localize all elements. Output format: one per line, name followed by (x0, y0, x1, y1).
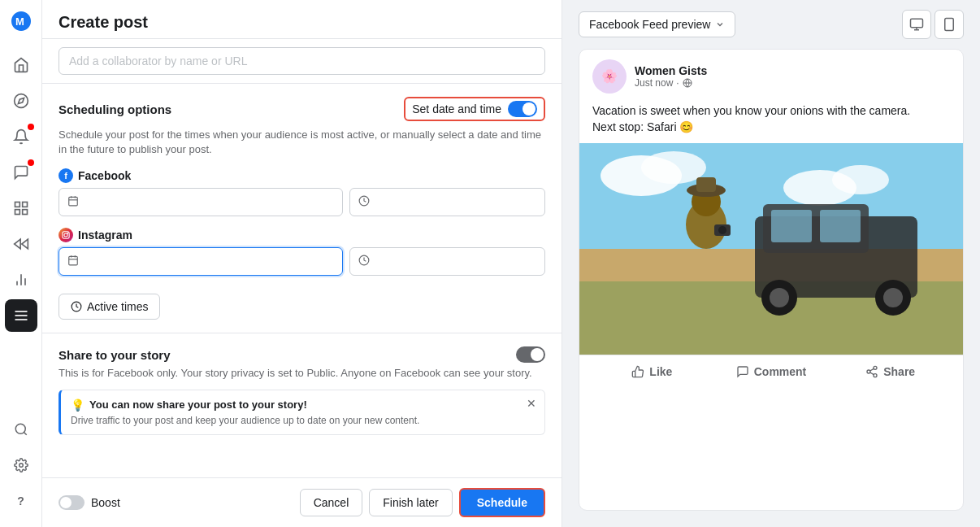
share-button[interactable]: Share (830, 359, 950, 385)
svg-point-53 (770, 288, 789, 307)
svg-rect-3 (15, 203, 20, 207)
like-icon (631, 365, 644, 378)
sidebar-item-compass[interactable] (5, 85, 37, 117)
sidebar-item-analytics[interactable] (5, 264, 37, 296)
instagram-icon (59, 228, 73, 242)
svg-marker-7 (14, 239, 20, 249)
story-info-banner: 💡 You can now share your post to your st… (59, 390, 545, 435)
facebook-post-preview: 🌸 Women Gists Just now · (579, 49, 964, 511)
page-title: Create post (59, 13, 545, 32)
collaborator-row (42, 39, 562, 84)
post-body: Vacation is sweet when you know your oni… (579, 103, 963, 143)
svg-marker-2 (18, 98, 24, 103)
like-button[interactable]: Like (592, 359, 712, 385)
share-icon (865, 365, 878, 378)
post-time: Just now · (635, 77, 950, 89)
panel-header: Create post (42, 0, 562, 39)
desktop-view-button[interactable] (902, 10, 931, 39)
banner-close-button[interactable]: ✕ (527, 397, 536, 410)
sidebar-bottom: ? (5, 413, 37, 517)
svg-point-25 (67, 233, 68, 234)
post-image (579, 143, 963, 355)
preview-area: 🌸 Women Gists Just now · (562, 49, 980, 527)
facebook-date-value[interactable]: 12 February 2025 (85, 196, 334, 209)
scheduling-header: Scheduling options Set date and time (59, 97, 545, 121)
sidebar-item-settings[interactable] (5, 449, 37, 481)
avatar: 🌸 (592, 59, 627, 94)
instagram-time-input[interactable]: 03 : 27 (349, 247, 545, 276)
calendar-icon (67, 195, 79, 209)
message-badge (28, 159, 34, 166)
svg-rect-18 (69, 198, 78, 207)
boost-row: Boost (59, 495, 120, 510)
right-panel: Facebook Feed preview (562, 0, 980, 527)
instagram-time-value[interactable]: 03 : 27 (376, 255, 536, 268)
instagram-date-value[interactable]: 12/2/2025 (85, 255, 334, 268)
svg-rect-59 (696, 177, 716, 192)
preview-dropdown[interactable]: Facebook Feed preview (579, 11, 735, 37)
schedule-button[interactable]: Schedule (459, 488, 545, 517)
svg-line-65 (870, 372, 874, 375)
instagram-date-input[interactable]: 12/2/2025 (59, 247, 343, 276)
post-text-line1: Vacation is sweet when you know your oni… (592, 103, 950, 120)
active-times-button[interactable]: Active times (59, 294, 160, 320)
sidebar-item-menu[interactable] (5, 299, 37, 332)
facebook-date-time-row: 12 February 2025 03 : 27 (59, 188, 545, 216)
preview-header: Facebook Feed preview (562, 0, 980, 49)
device-icons (902, 10, 964, 39)
facebook-time-value[interactable]: 03 : 27 (376, 196, 536, 209)
collaborator-input[interactable] (59, 47, 545, 75)
set-date-toggle-group: Set date and time (404, 97, 545, 121)
calendar-icon-ig (67, 255, 79, 268)
sidebar-item-messages[interactable] (5, 156, 37, 189)
facebook-platform-section: f Facebook (59, 168, 545, 216)
svg-rect-50 (771, 210, 812, 242)
svg-point-61 (718, 226, 726, 234)
facebook-icon: f (59, 168, 73, 183)
boost-label: Boost (91, 496, 120, 509)
mobile-view-button[interactable] (934, 10, 964, 39)
svg-point-1 (14, 94, 28, 108)
story-toggle[interactable] (516, 346, 545, 363)
meta-logo[interactable]: M (10, 10, 33, 36)
left-panel: Create post Scheduling options Set date … (42, 0, 562, 527)
share-label: Share (883, 365, 915, 378)
finish-later-button[interactable]: Finish later (369, 489, 452, 516)
sidebar-item-home[interactable] (5, 49, 37, 81)
facebook-time-input[interactable]: 03 : 27 (349, 188, 545, 216)
main-scroll-area: Scheduling options Set date and time Sch… (42, 84, 562, 477)
banner-title-row: 💡 You can now share your post to your st… (71, 399, 535, 412)
sidebar-item-posts[interactable] (5, 192, 37, 224)
svg-text:🌸: 🌸 (601, 68, 618, 84)
facebook-date-input[interactable]: 12 February 2025 (59, 188, 343, 216)
like-label: Like (649, 365, 672, 378)
svg-rect-26 (69, 257, 78, 266)
instagram-label: Instagram (78, 229, 132, 242)
set-date-toggle[interactable] (508, 101, 537, 117)
svg-rect-32 (911, 19, 923, 28)
scheduling-section: Scheduling options Set date and time Sch… (42, 84, 562, 333)
instagram-date-time-row: 12/2/2025 03 : 27 (59, 247, 545, 276)
sidebar-item-search[interactable] (5, 413, 37, 446)
comment-label: Comment (754, 365, 807, 378)
svg-point-55 (883, 288, 903, 307)
page-layout: Create post Scheduling options Set date … (42, 0, 980, 527)
sidebar-item-campaigns[interactable] (5, 228, 37, 260)
svg-rect-35 (945, 19, 954, 31)
svg-text:M: M (15, 15, 24, 28)
sidebar-item-help[interactable]: ? (5, 485, 37, 517)
notification-badge (28, 124, 34, 130)
svg-rect-6 (15, 210, 20, 215)
svg-point-63 (867, 370, 870, 373)
clock-icon-facebook (358, 195, 370, 209)
svg-marker-8 (21, 239, 28, 249)
comment-button[interactable]: Comment (712, 359, 831, 385)
sidebar-item-notifications[interactable] (5, 120, 37, 153)
cancel-button[interactable]: Cancel (300, 489, 363, 516)
post-time-text: Just now (635, 77, 673, 89)
post-meta: Women Gists Just now · (635, 64, 950, 89)
story-header: Share to your story (59, 346, 545, 363)
boost-toggle[interactable] (59, 495, 85, 510)
scheduling-title: Scheduling options (59, 102, 171, 116)
post-header: 🌸 Women Gists Just now · (579, 50, 963, 103)
